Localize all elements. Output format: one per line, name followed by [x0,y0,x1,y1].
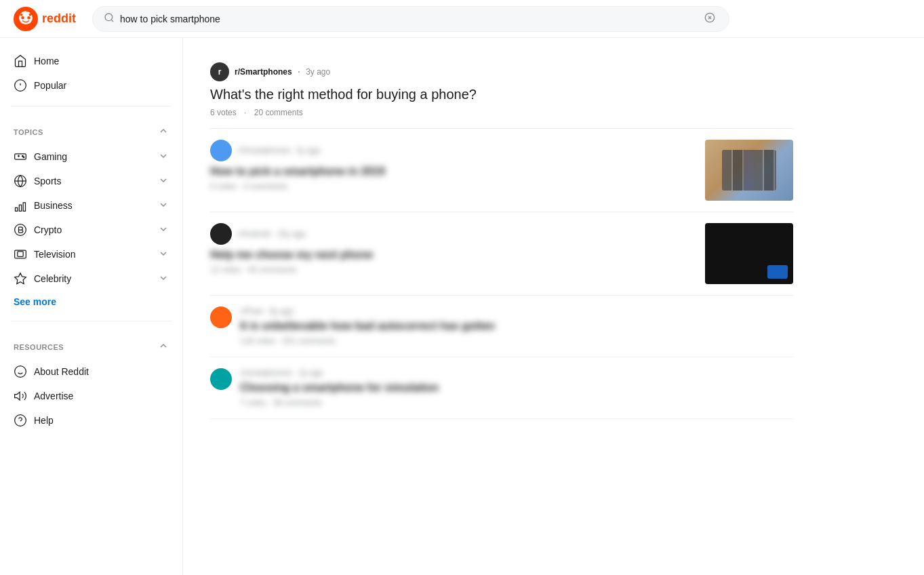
sidebar-item-popular-label: Popular [34,80,66,91]
topics-header[interactable]: TOPICS [5,120,177,144]
advertise-icon [14,389,27,403]
subreddit-avatar: r [210,62,229,81]
home-icon [14,54,27,68]
gaming-icon [14,150,27,163]
svg-marker-26 [15,392,20,400]
result-4-title: Choosing a smartphone for simulation [240,382,793,394]
search-result-3[interactable]: r/Pixel · 6y ago It is unbelievable how … [210,296,793,357]
result-1-subreddit: r/Smartphones [237,146,291,155]
sidebar-topics-section: TOPICS Gaming Sports [0,115,182,313]
resources-title: RESOURCES [14,343,64,351]
sidebar-resources-section: RESOURCES About Reddit Advertise Help [0,330,182,433]
result-3-title: It is unbelievable how bad autocorrect h… [240,320,793,332]
comments-count: 20 comments [254,108,303,117]
topics-toggle-icon [158,125,169,139]
result-3-subreddit: r/Pixel · 6y ago [240,306,294,316]
crypto-icon [14,223,27,237]
sidebar-item-popular[interactable]: Popular [5,73,177,98]
sports-icon [14,174,27,188]
celebrity-icon [14,272,27,285]
sidebar: Home Popular TOPICS Gaming [0,38,183,575]
svg-point-7 [105,14,113,21]
sidebar-item-help[interactable]: Help [5,408,177,433]
svg-marker-23 [15,273,26,284]
featured-post-stats: 6 votes · 20 comments [210,108,793,117]
reddit-wordmark: reddit [42,12,76,26]
reddit-logo-icon [14,7,38,31]
sidebar-item-advertise[interactable]: Advertise [5,384,177,408]
sidebar-item-television[interactable]: Television [5,242,177,266]
svg-point-2 [21,16,24,19]
popular-icon [14,79,27,92]
business-label: Business [34,200,73,211]
svg-point-6 [29,13,32,16]
sidebar-divider-1 [11,106,172,106]
result-avatar-1 [210,140,232,161]
gaming-label: Gaming [34,151,67,162]
result-2-subreddit: r/Android · 15y ago [237,229,306,239]
result-4-stats: 7 votes · 38 comments [240,398,793,408]
svg-rect-17 [19,205,21,211]
sports-chevron [158,175,169,186]
svg-point-13 [22,155,24,157]
advertise-label: Advertise [34,391,73,401]
result-2-thumbnail [705,223,793,284]
result-avatar-2 [210,223,232,245]
search-input[interactable] [120,14,702,24]
sidebar-item-gaming[interactable]: Gaming [5,144,177,169]
help-icon [14,414,27,427]
search-result-4[interactable]: r/smartphones · 2y ago Choosing a smartp… [210,357,793,419]
featured-post-title[interactable]: What's the right method for buying a pho… [210,87,793,102]
result-3-stats: 118 votes · 201 comments [240,336,793,346]
svg-point-14 [23,157,24,158]
svg-rect-16 [16,207,18,211]
featured-post-meta: r r/Smartphones · 3y ago [210,62,793,81]
sidebar-item-sports[interactable]: Sports [5,169,177,193]
television-label: Television [34,249,75,260]
result-1-thumbnail [705,140,793,201]
topics-title: TOPICS [14,128,43,136]
result-avatar-3 [210,306,232,328]
svg-rect-22 [18,252,23,257]
crypto-chevron [158,224,169,235]
svg-rect-18 [23,203,25,212]
result-avatar-4 [210,368,232,390]
sidebar-main-nav: Home Popular [0,49,182,98]
result-1-stats: 5 votes · 3 comments [210,182,694,191]
resources-header[interactable]: RESOURCES [5,335,177,359]
about-icon [14,365,27,378]
sidebar-divider-2 [11,321,172,321]
sidebar-item-business[interactable]: Business [5,193,177,218]
svg-point-27 [15,415,26,427]
sports-label: Sports [34,176,61,186]
sidebar-item-crypto[interactable]: Crypto [5,218,177,242]
help-label: Help [34,415,54,426]
television-chevron [158,248,169,259]
about-reddit-label: About Reddit [34,366,89,377]
gaming-chevron [158,151,169,161]
result-1-title: How to pick a smartphone in 2019 [210,165,694,178]
search-bar [92,6,729,32]
result-1-time: 2y ago [296,146,321,155]
search-clear-button[interactable] [702,11,718,27]
celebrity-chevron [158,273,169,283]
resources-toggle-icon [158,340,169,354]
result-2-title: Help me choose my next phone [210,249,694,261]
search-icon [104,12,115,25]
search-result-2[interactable]: r/Android · 15y ago Help me choose my ne… [210,212,793,296]
see-more-button[interactable]: See more [5,291,177,313]
sidebar-item-home-label: Home [34,56,59,66]
sidebar-item-about-reddit[interactable]: About Reddit [5,359,177,384]
subreddit-name[interactable]: r/Smartphones [235,67,292,77]
sidebar-item-home[interactable]: Home [5,49,177,73]
television-icon [14,247,27,261]
votes-count: 6 votes [210,108,237,117]
search-result-1[interactable]: r/Smartphones 2y ago How to pick a smart… [210,129,793,212]
business-chevron [158,199,169,210]
crypto-label: Crypto [34,224,62,235]
result-2-stats: 12 votes · 45 comments [210,265,694,275]
reddit-logo[interactable]: reddit [14,7,76,31]
sidebar-item-celebrity[interactable]: Celebrity [5,266,177,291]
business-icon [14,199,27,212]
svg-point-5 [20,13,23,16]
